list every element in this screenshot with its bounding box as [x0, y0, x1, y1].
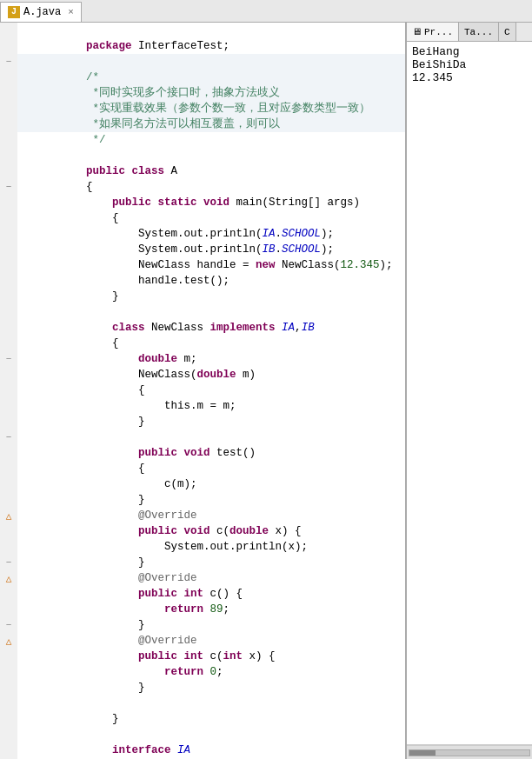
ind-33: [0, 523, 17, 539]
ind-41: [0, 649, 17, 664]
ind-1: [0, 23, 17, 38]
ind-37: [0, 586, 17, 602]
ind-13: [0, 210, 17, 226]
ind-14: [0, 226, 17, 242]
ind-4: [0, 70, 17, 85]
right-panel: 🖥 Pr... Ta... C BeiHang BeiShiDa 12.345: [406, 23, 532, 759]
ind-3[interactable]: −: [0, 54, 17, 70]
tab-a-java[interactable]: J A.java ×: [0, 2, 82, 22]
ind-42: [0, 664, 17, 680]
java-file-icon: J: [8, 6, 20, 18]
scrollbar-thumb[interactable]: [409, 750, 436, 756]
ind-38: [0, 602, 17, 617]
main-layout: − − −: [0, 23, 532, 759]
output-line-3: 12.345: [412, 71, 527, 84]
line-19: class NewClass implements IA,IB: [17, 304, 406, 320]
scrollbar-track[interactable]: [409, 749, 530, 756]
ind-24: [0, 383, 17, 398]
code-lines: package InterfaceTest; /* *同时实现多个接口时，抽象方…: [17, 23, 406, 759]
ind-35[interactable]: −: [0, 555, 17, 570]
line-44: }: [17, 696, 406, 711]
code-editor: − − −: [0, 23, 405, 759]
right-tab-pr-icon: 🖥: [412, 26, 422, 37]
ind-23: [0, 367, 17, 383]
ind-22[interactable]: −: [0, 351, 17, 367]
ind-6: [0, 101, 17, 117]
ind-28: [0, 445, 17, 461]
tab-bar: J A.java ×: [0, 0, 532, 23]
output-line-1: BeiHang: [412, 45, 527, 58]
ind-45: [0, 711, 17, 727]
right-tab-pr[interactable]: 🖥 Pr...: [407, 23, 459, 41]
ind-16: [0, 257, 17, 273]
ind-2: [0, 38, 17, 54]
code-pane[interactable]: − − −: [0, 23, 406, 759]
line-3: /*: [17, 54, 406, 70]
ind-36: △: [0, 570, 17, 586]
right-tab-ta[interactable]: Ta...: [459, 23, 499, 41]
right-panel-tabs: 🖥 Pr... Ta... C: [407, 23, 532, 42]
output-line-2: BeiShiDa: [412, 58, 527, 71]
right-panel-scrollbar[interactable]: [407, 745, 532, 759]
line-1: package InterfaceTest;: [17, 23, 406, 38]
ind-9: [0, 148, 17, 163]
ind-27[interactable]: −: [0, 429, 17, 445]
line-indicators: − − −: [0, 23, 17, 759]
ind-40: △: [0, 633, 17, 649]
ind-43: [0, 680, 17, 696]
right-tab-pr-label: Pr...: [424, 27, 453, 37]
ind-30: [0, 476, 17, 492]
right-tab-co[interactable]: C: [499, 23, 516, 41]
ind-26: [0, 414, 17, 429]
tab-close-button[interactable]: ×: [68, 7, 74, 17]
ind-11[interactable]: −: [0, 179, 17, 195]
line-27: public void test(): [17, 429, 406, 445]
ind-12: [0, 195, 17, 210]
right-tab-ta-label: Ta...: [464, 27, 493, 37]
ind-32: △: [0, 508, 17, 523]
ind-39[interactable]: −: [0, 617, 17, 633]
right-tab-co-label: C: [504, 27, 510, 37]
ind-7: [0, 117, 17, 132]
ind-25: [0, 398, 17, 414]
tab-label: A.java: [23, 6, 61, 18]
ind-15: [0, 242, 17, 257]
ind-21: [0, 336, 17, 351]
ind-44: [0, 696, 17, 711]
ind-17: [0, 273, 17, 289]
right-panel-output: BeiHang BeiShiDa 12.345: [407, 42, 532, 745]
ind-47: [0, 742, 17, 758]
ind-18: [0, 289, 17, 304]
line-9: public class A: [17, 148, 406, 163]
ind-29: [0, 461, 17, 476]
ind-20: [0, 320, 17, 336]
ind-8: [0, 132, 17, 148]
ind-19: [0, 304, 17, 320]
ind-46: [0, 727, 17, 742]
line-46: interface IA: [17, 727, 406, 742]
ind-10: [0, 163, 17, 179]
ind-34: [0, 539, 17, 555]
ind-5: [0, 85, 17, 101]
ind-31: [0, 492, 17, 508]
